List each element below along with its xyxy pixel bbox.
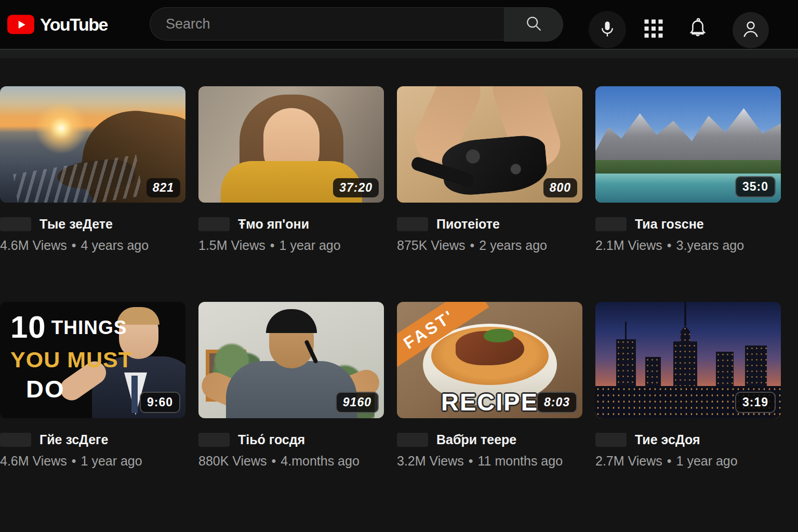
channel-avatar-placeholder[interactable] xyxy=(198,433,230,447)
video-title[interactable]: Тые зеДете xyxy=(39,216,113,232)
video-meta: 875K Views•2 years ago xyxy=(397,238,582,252)
meta-separator: • xyxy=(667,238,672,252)
video-card: 35:0 Тиа гоѕсне 2.1M Views•3.years ago xyxy=(595,86,781,252)
view-count: 4.6M Views xyxy=(0,454,67,468)
search-bar xyxy=(150,7,563,42)
view-count: 1.5M Views xyxy=(198,238,265,252)
upload-age: 2 years ago xyxy=(479,238,547,252)
channel-avatar-placeholder[interactable] xyxy=(397,217,428,231)
overlay-word: THINGS xyxy=(51,317,127,338)
video-thumbnail[interactable]: FAST' RECIPE 8:03 xyxy=(397,302,582,418)
upload-age: 1 year ago xyxy=(676,454,738,468)
upload-age: 1 year ago xyxy=(81,454,142,468)
meta-separator: • xyxy=(469,454,473,468)
video-title[interactable]: Пиотеіоте xyxy=(436,216,500,232)
search-input[interactable] xyxy=(150,7,504,41)
video-title[interactable]: Тие эсДоя xyxy=(635,432,700,447)
search-button[interactable] xyxy=(504,7,563,42)
duration-badge: 9:60 xyxy=(140,392,180,413)
duration-badge: 37:20 xyxy=(333,178,379,197)
channel-avatar-placeholder[interactable] xyxy=(595,217,627,231)
account-avatar-button[interactable] xyxy=(733,12,769,48)
duration-badge: 3:19 xyxy=(735,392,776,413)
video-title[interactable]: Ваб̆ри теере xyxy=(436,432,516,447)
view-count: 2.7M Views xyxy=(595,454,662,468)
video-title[interactable]: Тиа гоѕсне xyxy=(635,216,704,232)
channel-avatar-placeholder[interactable] xyxy=(595,433,627,447)
logo-text: YouTube xyxy=(40,15,108,35)
video-meta: 2.7M Views•1 year ago xyxy=(595,454,781,468)
video-grid: 821 Тые зеДете 4.6M Views•4 years ago 37… xyxy=(0,58,798,468)
video-meta: 880K Views•4.months ago xyxy=(198,454,384,468)
upload-age: 11 months ago xyxy=(478,454,563,468)
video-card: 821 Тые зеДете 4.6M Views•4 years ago xyxy=(0,86,185,252)
video-card: 10THINGS YOU MUST DO 9:60 Гйе зсДеге 4.6… xyxy=(0,302,185,468)
overlay-line-2: YOU MUST xyxy=(10,347,132,373)
video-meta: 3.2M Views•11 months ago xyxy=(397,454,582,468)
duration-badge: 35:0 xyxy=(735,176,776,197)
meta-separator: • xyxy=(72,238,76,252)
meta-separator: • xyxy=(72,454,76,468)
youtube-logo[interactable]: YouTube xyxy=(7,15,108,35)
bell-icon xyxy=(685,16,710,43)
video-thumbnail[interactable]: 800 xyxy=(397,86,582,203)
duration-badge: 821 xyxy=(147,178,180,197)
view-count: 880K Views xyxy=(198,454,267,468)
duration-badge: 9160 xyxy=(336,392,379,413)
video-meta: 2.1M Views•3.years ago xyxy=(595,238,781,252)
video-card: 800 Пиотеіоте 875K Views•2 years ago xyxy=(397,86,582,252)
meta-separator: • xyxy=(270,238,275,252)
overlay-line-1: 10THINGS xyxy=(10,309,132,345)
video-thumbnail[interactable]: 10THINGS YOU MUST DO 9:60 xyxy=(0,302,185,418)
app-header: YouTube xyxy=(0,0,798,49)
garnish-art xyxy=(484,329,514,342)
channel-avatar-placeholder[interactable] xyxy=(397,433,428,447)
view-count: 3.2M Views xyxy=(397,454,464,468)
video-meta: 4.6M Views•4 years ago xyxy=(0,238,185,252)
person-icon xyxy=(740,18,762,42)
duration-badge: 8:03 xyxy=(537,392,577,413)
overlay-line-3: DO xyxy=(26,375,132,403)
video-card: FAST' RECIPE 8:03 Ваб̆ри теере 3.2M View… xyxy=(397,302,582,468)
meta-separator: • xyxy=(667,454,672,468)
video-thumbnail[interactable]: 9160 xyxy=(198,302,384,418)
voice-search-button[interactable] xyxy=(589,11,626,48)
video-thumbnail[interactable]: 35:0 xyxy=(595,86,781,203)
apps-grid-button[interactable] xyxy=(641,17,666,42)
headset-art xyxy=(266,309,317,333)
video-meta: 1.5M Views•1 year ago xyxy=(198,238,384,252)
video-meta: 4.6M Views•1 year ago xyxy=(0,454,185,468)
notifications-button[interactable] xyxy=(684,16,711,43)
upload-age: 1 year ago xyxy=(280,238,341,252)
mountain-art xyxy=(595,102,781,165)
antenna-art xyxy=(684,302,686,326)
upload-age: 4 years ago xyxy=(81,238,149,252)
meta-separator: • xyxy=(272,454,276,468)
youtube-play-icon xyxy=(7,15,34,34)
video-title[interactable]: Ŧмо яп'они xyxy=(238,216,309,232)
video-thumbnail[interactable]: 3:19 xyxy=(595,302,781,418)
video-title[interactable]: Гйе зсДеге xyxy=(39,432,108,447)
view-count: 2.1M Views xyxy=(595,238,662,252)
upload-age: 4.months ago xyxy=(281,454,360,468)
video-thumbnail[interactable]: 37:20 xyxy=(198,86,384,203)
video-thumbnail[interactable]: 821 xyxy=(0,86,185,203)
header-divider xyxy=(0,49,798,58)
meta-separator: • xyxy=(470,238,475,252)
overlay-big-number: 10 xyxy=(10,310,46,344)
video-card: 9160 Тіьо́ госдя 880K Views•4.months ago xyxy=(198,302,384,468)
thumbnail-overlay-text: 10THINGS YOU MUST DO xyxy=(10,309,132,403)
antenna-art xyxy=(625,322,627,339)
duration-badge: 800 xyxy=(543,178,577,197)
channel-avatar-placeholder[interactable] xyxy=(198,217,230,231)
upload-age: 3.years ago xyxy=(676,238,744,252)
video-title[interactable]: Тіьо́ госдя xyxy=(238,432,305,447)
channel-avatar-placeholder[interactable] xyxy=(0,433,31,447)
view-count: 4.6M Views xyxy=(0,238,67,252)
search-icon xyxy=(524,14,543,35)
channel-avatar-placeholder[interactable] xyxy=(0,217,31,231)
video-card: 37:20 Ŧмо яп'они 1.5M Views•1 year ago xyxy=(198,86,384,252)
video-card: 3:19 Тие эсДоя 2.7M Views•1 year ago xyxy=(595,302,781,468)
microphone-icon xyxy=(598,19,617,40)
apps-grid-icon xyxy=(643,18,664,42)
